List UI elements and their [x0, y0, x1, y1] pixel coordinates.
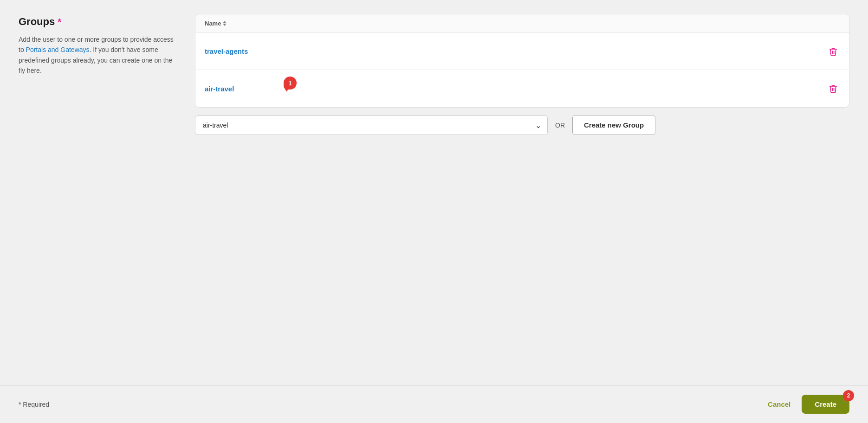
- name-column-label: Name: [205, 20, 221, 27]
- name-column-header: Name: [205, 20, 227, 27]
- description: Add the user to one or more groups to pr…: [19, 34, 176, 76]
- table-row: air-travel 1: [195, 70, 849, 107]
- required-star-title: *: [58, 17, 61, 27]
- sort-up-icon: [223, 21, 227, 23]
- required-note: * Required: [19, 401, 49, 408]
- left-panel: Groups * Add the user to one or more gro…: [19, 14, 176, 366]
- create-new-group-button[interactable]: Create new Group: [572, 115, 655, 135]
- air-travel-badge: 1: [284, 77, 297, 90]
- create-button[interactable]: Create 2: [802, 395, 849, 414]
- delete-travel-agents-button[interactable]: [827, 45, 840, 58]
- table-row: travel-agents: [195, 33, 849, 70]
- main-content: Groups * Add the user to one or more gro…: [19, 14, 849, 385]
- table-header: Name: [195, 14, 849, 33]
- footer: * Required Cancel Create 2: [19, 385, 849, 423]
- group-select-wrapper: air-travel travel-agents ⌄: [195, 115, 548, 135]
- portals-gateways-link[interactable]: Portals and Gateways: [26, 46, 90, 53]
- footer-actions: Cancel Create 2: [766, 395, 849, 414]
- delete-air-travel-button[interactable]: [827, 82, 840, 95]
- create-button-badge: 2: [843, 390, 854, 401]
- cancel-button[interactable]: Cancel: [766, 396, 792, 413]
- sort-icon[interactable]: [223, 21, 227, 26]
- create-button-label: Create: [815, 400, 836, 408]
- group-select[interactable]: air-travel travel-agents: [195, 115, 548, 135]
- section-title: Groups *: [19, 16, 176, 28]
- groups-table-card: Name travel-agents: [195, 14, 849, 108]
- bottom-controls: air-travel travel-agents ⌄ OR Create new…: [195, 115, 849, 135]
- group-name-air-travel[interactable]: air-travel: [205, 85, 234, 93]
- or-label: OR: [555, 122, 565, 129]
- right-panel: Name travel-agents: [195, 14, 849, 366]
- group-name-travel-agents[interactable]: travel-agents: [205, 47, 248, 55]
- sort-down-icon: [223, 24, 227, 26]
- groups-title: Groups: [19, 16, 55, 28]
- page-wrapper: Groups * Add the user to one or more gro…: [0, 0, 868, 423]
